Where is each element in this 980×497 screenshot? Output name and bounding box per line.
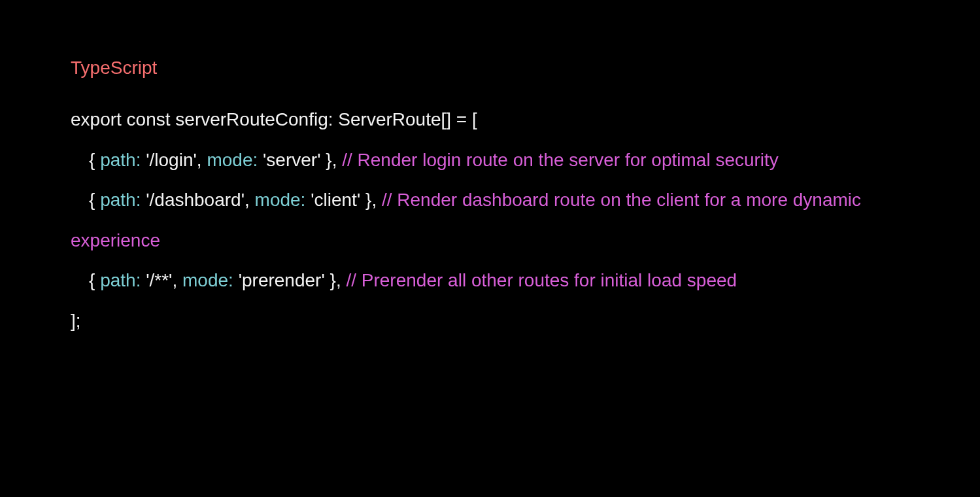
path-key: path: (100, 190, 141, 210)
sep: , (245, 190, 255, 210)
comment-prefix: // (382, 190, 397, 210)
code-line-row-0: { path: '/login', mode: 'server' }, // R… (71, 140, 909, 180)
code-line-close: ]; (71, 301, 909, 341)
language-label: TypeScript (71, 58, 909, 78)
sep: , (172, 270, 182, 290)
comment-text: Prerender all other routes for initial l… (362, 270, 737, 290)
path-val: '/dashboard' (141, 190, 245, 210)
code-line-row-1: { path: '/dashboard', mode: 'client' }, … (71, 180, 909, 260)
comment-prefix: // (342, 150, 357, 170)
code-line-row-2: { path: '/**', mode: 'prerender' }, // P… (71, 260, 909, 301)
mode-val: 'client' (305, 190, 360, 210)
mode-key: mode: (207, 150, 258, 170)
code-line-open: export const serverRouteConfig: ServerRo… (71, 99, 909, 140)
code-decl-open: export const serverRouteConfig: ServerRo… (71, 109, 477, 129)
brace-open: { (89, 150, 100, 170)
brace-open: { (89, 190, 100, 210)
comment-prefix: // (346, 270, 361, 290)
sep: , (197, 150, 207, 170)
comment-text: Render login route on the server for opt… (358, 150, 779, 170)
path-val: '/login' (141, 150, 196, 170)
path-key: path: (100, 150, 141, 170)
mode-val: 'server' (258, 150, 320, 170)
brace-close: }, (321, 150, 343, 170)
code-block: export const serverRouteConfig: ServerRo… (71, 99, 909, 341)
brace-open: { (89, 270, 100, 290)
brace-close: }, (325, 270, 346, 290)
code-decl-close: ]; (71, 311, 81, 331)
path-key: path: (100, 270, 141, 290)
mode-val: 'prerender' (233, 270, 325, 290)
path-val: '/**' (141, 270, 172, 290)
brace-close: }, (360, 190, 382, 210)
mode-key: mode: (255, 190, 306, 210)
mode-key: mode: (182, 270, 233, 290)
